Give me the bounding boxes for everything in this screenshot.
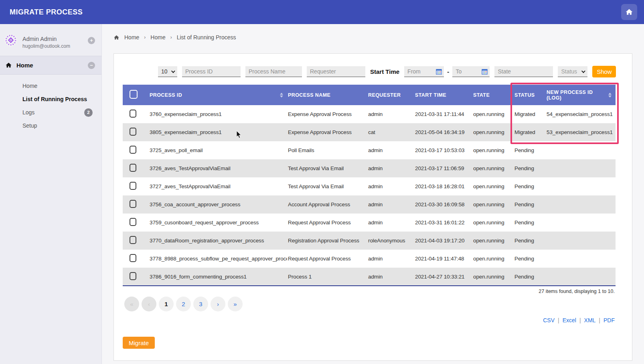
- home-icon: [5, 62, 12, 69]
- cell-process-name: Request Approval Process: [287, 214, 367, 232]
- cell-requester: roleAnonymous: [367, 232, 414, 250]
- row-checkbox[interactable]: [130, 254, 136, 262]
- cell-requester: admin: [367, 105, 414, 123]
- cell-requester: admin: [367, 159, 414, 177]
- calendar-icon[interactable]: [482, 69, 488, 75]
- sort-icon[interactable]: [280, 93, 283, 98]
- cell-process-id: 3756_coa_account_approver_process: [149, 195, 287, 214]
- cell-process-id: 3725_aves_poll_email: [149, 141, 287, 159]
- cell-status: Pending: [514, 195, 546, 214]
- home-button[interactable]: [621, 4, 637, 20]
- row-checkbox[interactable]: [130, 236, 136, 244]
- column-header-state[interactable]: STATE: [473, 92, 490, 98]
- cell-new-process-id: [546, 268, 616, 286]
- show-button[interactable]: Show: [592, 66, 616, 77]
- sort-icon[interactable]: [608, 93, 612, 98]
- sidebar-section-home[interactable]: Home −: [0, 56, 101, 75]
- calendar-icon[interactable]: [436, 69, 442, 75]
- pagination-page-3[interactable]: 3: [193, 297, 208, 311]
- select-all-checkbox[interactable]: [130, 90, 138, 99]
- sidebar-item-setup[interactable]: Setup: [0, 119, 101, 132]
- sidebar-item-logs[interactable]: Logs 2: [0, 106, 101, 119]
- column-header-status[interactable]: STATUS: [514, 92, 535, 98]
- pagination-last[interactable]: »: [228, 297, 243, 311]
- status-select[interactable]: Status: [558, 66, 587, 77]
- cell-status: Migrated: [514, 123, 546, 141]
- cell-state: open.running: [472, 123, 514, 141]
- cell-start-time: 2021-04-03 19:17:20: [414, 232, 472, 250]
- cell-process-name: Request Approval Process: [287, 250, 367, 268]
- cell-process-name: Expense Approval Process: [287, 105, 367, 123]
- breadcrumb-home[interactable]: Home: [124, 34, 139, 41]
- pagination-page-1[interactable]: 1: [159, 297, 174, 311]
- section-collapse-icon[interactable]: −: [88, 62, 95, 69]
- cell-process-name: Test Approval Via Email: [287, 177, 367, 195]
- page-size-select[interactable]: 10: [158, 66, 177, 77]
- cell-start-time: 2021-03-31 16:01:22: [414, 214, 472, 232]
- chevron-down-icon: [581, 69, 585, 73]
- cell-status: Pending: [514, 159, 546, 177]
- sidebar-section-label: Home: [16, 62, 33, 69]
- row-checkbox[interactable]: [130, 128, 136, 136]
- state-input[interactable]: [494, 66, 553, 77]
- sidebar-menu: Home List of Running Process Logs 2 Setu…: [0, 75, 101, 132]
- process-id-input[interactable]: [182, 66, 241, 77]
- topbar: MIGRATE PROCESS: [0, 0, 644, 24]
- row-checkbox[interactable]: [130, 110, 136, 118]
- filter-bar: 10 Start Time -: [158, 66, 616, 77]
- table-row: 3726_aves_TestApprovalViaEmailTest Appro…: [123, 159, 616, 177]
- user-name: Admin Admin: [22, 36, 57, 42]
- column-header-process-id[interactable]: PROCESS ID: [150, 92, 182, 98]
- items-summary: 27 items found, displaying 1 to 10.: [539, 289, 615, 294]
- sidebar-item-home[interactable]: Home: [0, 79, 101, 93]
- table-row: 3725_aves_poll_emailPoll Emailsadmin2021…: [123, 141, 616, 159]
- export-link-xml[interactable]: XML: [584, 317, 596, 323]
- row-checkbox[interactable]: [130, 272, 136, 280]
- export-link-csv[interactable]: CSV: [543, 317, 555, 323]
- export-link-excel[interactable]: Excel: [563, 317, 576, 323]
- cell-state: open.running: [472, 141, 514, 159]
- status-placeholder: Status: [561, 68, 577, 75]
- cell-state: open.running: [472, 177, 514, 195]
- cell-new-process-id: [546, 141, 616, 159]
- logs-count-badge: 2: [84, 108, 93, 117]
- cell-requester: admin: [367, 177, 414, 195]
- cell-status: Pending: [514, 214, 546, 232]
- breadcrumb: Home › Home › List of Running Process: [113, 34, 236, 41]
- column-header-start-time[interactable]: START TIME: [415, 92, 446, 98]
- row-checkbox[interactable]: [130, 146, 136, 154]
- requester-input[interactable]: [307, 66, 365, 77]
- cell-process-id: 3805_expenseclaim_process1: [149, 123, 287, 141]
- page-size-value: 10: [161, 68, 168, 75]
- sidebar: Admin Admin hugolim@outlook.com + Home −…: [0, 24, 102, 364]
- row-checkbox[interactable]: [130, 200, 136, 208]
- pagination-page-2[interactable]: 2: [176, 297, 191, 311]
- cell-state: open.running: [472, 250, 514, 268]
- migrate-button[interactable]: Migrate: [123, 337, 155, 349]
- start-time-from-wrap: [404, 66, 444, 77]
- process-name-input[interactable]: [245, 66, 302, 77]
- cell-process-name: Expense Approval Process: [287, 123, 367, 141]
- column-header-new-process-id[interactable]: NEW PROCESS ID (LOG): [547, 89, 608, 101]
- cell-status: Pending: [514, 232, 546, 250]
- column-header-requester[interactable]: REQUESTER: [368, 92, 401, 98]
- cell-requester: admin: [367, 214, 414, 232]
- row-checkbox[interactable]: [130, 182, 136, 190]
- sidebar-item-label: Home: [22, 83, 37, 89]
- cell-requester: admin: [367, 268, 414, 286]
- cell-start-time: 2021-03-31 17:11:44: [414, 105, 472, 123]
- breadcrumb-separator: ›: [170, 35, 172, 40]
- column-header-process-name[interactable]: PROCESS NAME: [288, 92, 330, 98]
- cell-state: open.running: [472, 195, 514, 214]
- sidebar-item-list-of-running-process[interactable]: List of Running Process: [0, 93, 101, 106]
- row-checkbox[interactable]: [130, 164, 136, 172]
- profile-expand-icon[interactable]: +: [88, 37, 95, 44]
- cell-process-name: Process 1: [287, 268, 367, 286]
- date-range-separator: -: [447, 68, 449, 75]
- export-link-pdf[interactable]: PDF: [603, 317, 615, 323]
- pagination-next[interactable]: ›: [211, 297, 225, 311]
- breadcrumb-home-2[interactable]: Home: [150, 34, 165, 41]
- cell-state: open.running: [472, 105, 514, 123]
- user-email: hugolim@outlook.com: [22, 43, 70, 49]
- row-checkbox[interactable]: [130, 218, 136, 226]
